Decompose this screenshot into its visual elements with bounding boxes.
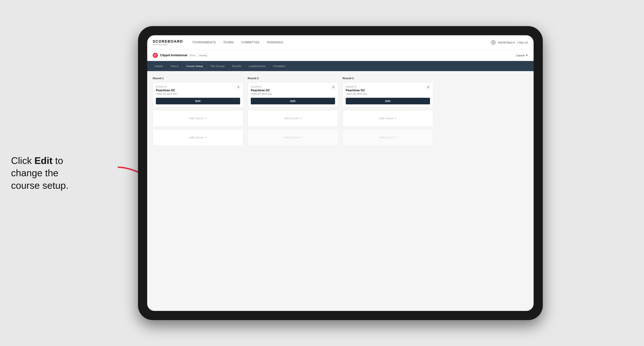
nav-links: TOURNAMENTS TEAMS COMMITTEE RANKINGS	[192, 41, 491, 44]
round-2-title: Round 2	[248, 77, 338, 80]
round-1-course-name: Peachtree GC	[156, 89, 240, 92]
round-2-course-card: (Course A) Peachtree GC Yellow (M) (6629…	[248, 82, 338, 108]
tab-results[interactable]: Results	[228, 63, 245, 69]
round-3-course-label: (Course A)	[346, 85, 430, 88]
nav-committee[interactable]: COMMITTEE	[241, 41, 260, 44]
main-content: Round 1 (Course A) Peachtree GC Yellow (…	[147, 71, 534, 311]
round-2-add-plus-icon-2: +	[300, 135, 302, 139]
user-email: blair@clippd.io	[498, 41, 515, 44]
round-1-column: Round 1 (Course A) Peachtree GC Yellow (…	[153, 77, 243, 148]
round-1-edit-button[interactable]: Edit	[156, 98, 240, 104]
top-nav: SCOREBOARD Powered by clippd TOURNAMENTS…	[147, 35, 534, 50]
round-2-course-label: (Course A)	[251, 85, 335, 88]
tab-leaderboards[interactable]: Leaderboards	[245, 63, 270, 69]
round-3-add-course-2: Add Course +	[342, 129, 433, 146]
round-1-delete-button[interactable]: 🗑	[236, 85, 241, 90]
sub-header: C Clippd Invitational (Men) Hosting Canc…	[147, 50, 534, 61]
nav-rankings[interactable]: RANKINGS	[267, 41, 283, 44]
user-avatar	[491, 40, 496, 45]
tab-tee-groups[interactable]: Tee Groups	[207, 63, 228, 69]
tournament-gender: (Men)	[189, 54, 196, 57]
cancel-button[interactable]: Cancel ✕	[516, 54, 528, 57]
tournament-name: Clippd Invitational	[160, 53, 187, 57]
round-3-course-card: (Course A) Peachtree GC Yellow (M) (6629…	[342, 82, 433, 108]
nav-tournaments[interactable]: TOURNAMENTS	[192, 41, 216, 44]
round-1-course-label: (Course A)	[156, 85, 240, 88]
round-1-course-details: Yellow (M) (6629 yds)	[156, 93, 240, 95]
round-3-edit-button[interactable]: Edit	[346, 98, 430, 104]
clippd-logo: C	[153, 53, 158, 58]
round-3-course-name: Peachtree GC	[346, 89, 430, 92]
round-2-column: Round 2 (Course A) Peachtree GC Yellow (…	[248, 77, 338, 148]
sign-out-link[interactable]: | Sign out	[517, 41, 528, 44]
logo-sub: Powered by clippd	[153, 43, 183, 46]
nav-teams[interactable]: TEAMS	[223, 41, 234, 44]
instruction-bold: Edit	[34, 155, 52, 166]
tab-teams[interactable]: Teams	[167, 63, 182, 69]
round-2-add-course-2: Add Course +	[248, 129, 338, 146]
round-3-course-wrapper: (Course A) Peachtree GC Yellow (M) (6629…	[342, 82, 433, 110]
round-3-column: Round 3 (Course A) Peachtree GC Yellow (…	[342, 77, 433, 148]
round-3-title: Round 3	[342, 77, 433, 80]
add-course-1-plus-icon: +	[205, 116, 207, 120]
logo-title: SCOREBOARD	[153, 39, 183, 43]
scoreboard-logo: SCOREBOARD Powered by clippd	[153, 39, 183, 46]
hosting-badge: Hosting	[197, 53, 209, 57]
round-1-add-course-1[interactable]: Add Course +	[153, 110, 243, 127]
tab-details[interactable]: Details	[151, 63, 167, 69]
round-2-course-name: Peachtree GC	[251, 89, 335, 92]
round-3-course-details: Yellow (M) (6629 yds)	[346, 93, 430, 95]
tab-printables[interactable]: Printables	[270, 63, 289, 69]
round-2-edit-button[interactable]: Edit	[251, 98, 335, 104]
round-4-placeholder	[438, 77, 528, 148]
round-2-add-plus-icon: +	[300, 116, 302, 120]
round-3-add-plus-icon: +	[395, 116, 397, 120]
tab-nav: Details Teams Course Setup Tee Groups Re…	[147, 61, 534, 71]
round-3-add-plus-icon-2: +	[395, 135, 397, 139]
nav-right: blair@clippd.io | Sign out	[491, 40, 528, 45]
instruction-text: Click Edit tochange thecourse setup.	[11, 154, 68, 192]
round-1-title: Round 1	[153, 77, 243, 80]
round-3-add-course-1[interactable]: Add Course +	[342, 110, 433, 127]
tablet-screen: SCOREBOARD Powered by clippd TOURNAMENTS…	[147, 35, 534, 311]
round-3-delete-button[interactable]: 🗑	[426, 85, 431, 90]
cancel-x-icon: ✕	[526, 54, 528, 57]
tablet-frame: SCOREBOARD Powered by clippd TOURNAMENTS…	[138, 26, 543, 320]
round-2-course-details: Yellow (M) (6629 yds)	[251, 93, 335, 95]
round-1-add-course-2[interactable]: Add Course +	[153, 129, 243, 146]
round-1-course-card: (Course A) Peachtree GC Yellow (M) (6629…	[153, 82, 243, 108]
add-course-2-plus-icon: +	[205, 135, 207, 139]
round-2-course-wrapper: (Course A) Peachtree GC Yellow (M) (6629…	[248, 82, 338, 110]
tab-course-setup[interactable]: Course Setup	[182, 63, 207, 69]
round-2-delete-button[interactable]: 🗑	[331, 85, 336, 90]
rounds-container: Round 1 (Course A) Peachtree GC Yellow (…	[153, 77, 528, 148]
round-1-course-wrapper: (Course A) Peachtree GC Yellow (M) (6629…	[153, 82, 243, 110]
round-2-add-course-1[interactable]: Add Course +	[248, 110, 338, 127]
